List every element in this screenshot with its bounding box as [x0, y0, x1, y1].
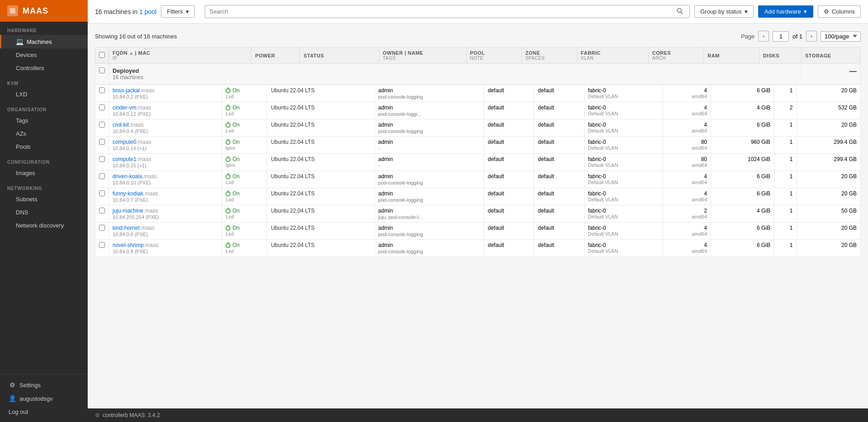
row-disks-cell: 1 [774, 171, 797, 188]
row-checkbox[interactable] [99, 208, 105, 213]
owner-tags: - [378, 146, 480, 151]
sidebar-item-controllers[interactable]: Controllers [0, 62, 88, 75]
row-ram-cell: 6 GiB [711, 119, 774, 137]
group-count: 16 machines [113, 74, 797, 81]
page-input[interactable] [773, 31, 789, 42]
row-checkbox[interactable] [99, 139, 105, 145]
power-sub-text: Lxd [226, 197, 263, 202]
filters-button[interactable]: Filters ▾ [161, 5, 194, 18]
sidebar-item-azs[interactable]: AZs [0, 127, 88, 140]
sidebar-item-machines[interactable]: 💻 Machines [0, 35, 88, 48]
row-checkbox[interactable] [99, 190, 105, 196]
machine-fqdn-link[interactable]: funny-kodiak.maas [113, 190, 158, 197]
row-cores-cell: 80 amd64 [663, 137, 711, 154]
sidebar-subnets-label: Subnets [16, 196, 38, 203]
row-checkbox[interactable] [99, 104, 105, 110]
row-disks-cell: 1 [774, 223, 797, 240]
svg-line-2 [681, 12, 683, 14]
group-checkbox[interactable] [99, 67, 105, 73]
add-hardware-label: Add hardware [764, 8, 801, 15]
row-ram-cell: 6 GiB [711, 223, 774, 240]
pool-link[interactable]: 1 pool [139, 8, 156, 15]
group-by-button[interactable]: Group by status ▾ [694, 5, 754, 18]
machine-domain-text: .maas [143, 208, 158, 214]
machine-name-text: juju-machine [113, 208, 143, 214]
machine-fqdn-link[interactable]: kind-hornet.maas [113, 225, 155, 231]
sidebar-item-lxd[interactable]: LXD [0, 88, 88, 101]
add-hardware-button[interactable]: Add hardware ▾ [758, 5, 813, 18]
sidebar-item-dns[interactable]: DNS [0, 206, 88, 219]
th-pool-label: POOL [470, 50, 518, 56]
row-fabric-cell: fabric-0 Default VLAN [584, 154, 663, 171]
row-cores-cell: 4 amd64 [663, 188, 711, 205]
row-pool-cell: default [484, 85, 534, 102]
sidebar-item-tags[interactable]: Tags [0, 114, 88, 127]
row-fabric-cell: fabric-0 Default VLAN [584, 137, 663, 154]
th-status: STATUS [300, 47, 379, 64]
group-deployed-row: Deployed 16 machines — [95, 64, 861, 85]
per-page-select[interactable]: 100/page 50/page 25/page [821, 31, 861, 42]
search-input[interactable] [205, 5, 690, 18]
row-fqdn-cell: compute1.maas 10.84.0.15 (+1) [109, 154, 222, 171]
table-row: compute1.maas 10.84.0.15 (+1) On Ipmi Ub… [95, 154, 861, 171]
row-checkbox[interactable] [99, 242, 105, 248]
sidebar-item-subnets[interactable]: Subnets [0, 193, 88, 206]
pagination-controls: Page ‹ of 1 › 100/page 50/page 25/page [741, 31, 861, 42]
group-collapse-cell[interactable]: — [802, 64, 861, 85]
sidebar-item-settings[interactable]: ⚙ Settings [0, 378, 88, 392]
search-button[interactable] [676, 7, 684, 16]
machine-fqdn-link[interactable]: boss-jackal.maas [113, 87, 155, 94]
machine-ip-text: 10.84.0.2 (PXE) [113, 94, 218, 100]
sidebar-item-user[interactable]: 👤 augustodsgv [0, 392, 88, 405]
sidebar-item-logout[interactable]: Log out [0, 405, 88, 418]
row-checkbox[interactable] [99, 173, 105, 179]
power-on-icon [226, 174, 231, 179]
row-checkbox[interactable] [99, 225, 105, 231]
row-pool-cell: default [484, 188, 534, 205]
zone-value: default [538, 225, 580, 231]
row-checkbox[interactable] [99, 87, 105, 93]
row-zone-cell: default [534, 102, 584, 119]
th-ram: RAM [704, 47, 760, 64]
machine-fqdn-link[interactable]: civil-kit.maas [113, 122, 144, 128]
machine-fqdn-link[interactable]: driven-koala.maas [113, 173, 157, 180]
select-all-checkbox[interactable] [99, 52, 105, 58]
machine-ip-text: 10.84.0.6 (PXE) [113, 232, 218, 237]
row-disks-cell: 2 [774, 102, 797, 119]
sidebar-item-pools[interactable]: Pools [0, 140, 88, 153]
sidebar-item-devices[interactable]: Devices [0, 48, 88, 62]
row-checkbox[interactable] [99, 156, 105, 162]
th-fabric: FABRIC VLAN [577, 47, 648, 64]
row-owner-cell: admin pod-console-loggi... [374, 102, 484, 119]
prev-page-button[interactable]: ‹ [758, 31, 769, 42]
power-on-icon [226, 209, 231, 213]
row-power-cell: On Lxd [222, 205, 267, 223]
machine-fqdn-link[interactable]: novel-shrimp.maas [113, 242, 158, 248]
machine-fqdn-link[interactable]: compute0.maas [113, 139, 151, 145]
machine-domain-text: .maas [137, 104, 151, 111]
sidebar-logo[interactable]: MAAS [0, 0, 88, 22]
sidebar-item-images[interactable]: Images [0, 166, 88, 180]
sidebar-section-hardware: HARDWARE [0, 22, 88, 35]
th-fqdn[interactable]: FQDN ▲ | MAC IP [109, 47, 251, 64]
machine-fqdn-link[interactable]: cinder-vm.maas [113, 104, 151, 111]
machine-name-text: novel-shrimp [113, 242, 144, 248]
row-disks-cell: 1 [774, 137, 797, 154]
th-spaces-sub: SPACES [525, 56, 573, 61]
machine-fqdn-link[interactable]: compute1.maas [113, 156, 151, 162]
pool-value: default [488, 139, 530, 145]
sidebar-item-network-discovery[interactable]: Network discovery [0, 219, 88, 232]
cores-value: 4 [667, 242, 707, 248]
pool-value: default [488, 87, 530, 94]
row-disks-cell: 1 [774, 188, 797, 205]
zone-value: default [538, 208, 580, 214]
power-on-icon [226, 191, 231, 196]
row-fabric-cell: fabric-0 Default VLAN [584, 102, 663, 119]
sidebar-section-kvm: KVM [0, 75, 88, 88]
columns-button[interactable]: ⚙ Columns [818, 5, 861, 18]
row-checkbox[interactable] [99, 122, 105, 128]
machine-fqdn-link[interactable]: juju-machine.maas [113, 208, 158, 214]
power-on-icon [226, 226, 231, 231]
machine-ip-text: 10.84.0.12 (PXE) [113, 111, 218, 117]
next-page-button[interactable]: › [806, 31, 817, 42]
